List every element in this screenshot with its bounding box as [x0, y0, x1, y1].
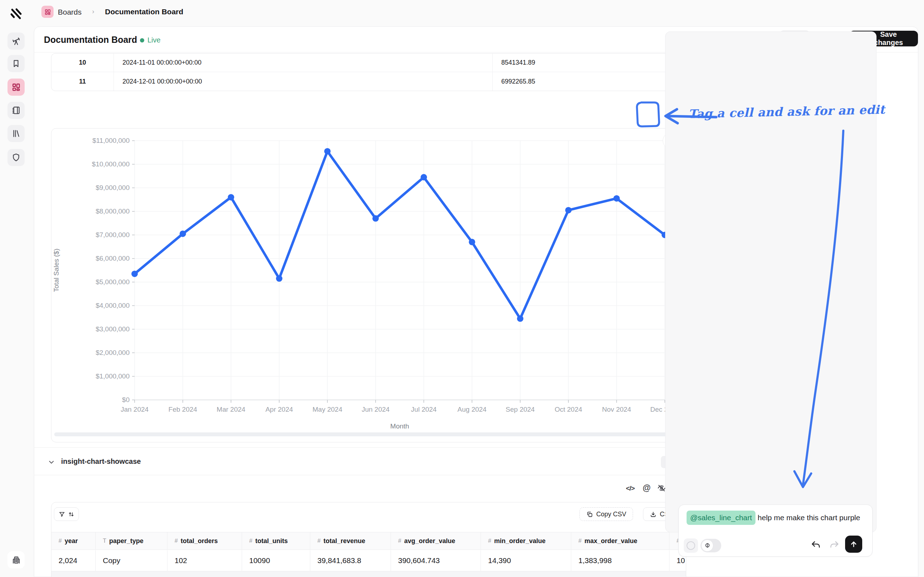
mention-icon[interactable]: @ — [643, 483, 650, 493]
svg-text:$4,000,000: $4,000,000 — [96, 302, 130, 309]
column-header[interactable]: #total_revenue — [310, 532, 391, 550]
eye-off-icon[interactable] — [657, 484, 666, 492]
boards-icon[interactable] — [8, 79, 25, 96]
table-cell: 14,390 — [481, 550, 571, 571]
svg-text:$7,000,000: $7,000,000 — [96, 231, 130, 239]
column-label: paper_type — [109, 537, 143, 545]
app-window: Boards › Documentation Board — [0, 0, 924, 577]
top-bar: Boards › Documentation Board — [0, 0, 924, 26]
building-icon[interactable] — [8, 551, 25, 569]
redo-icon[interactable] — [829, 540, 839, 550]
column-label: max_order_value — [584, 537, 637, 545]
column-header[interactable]: Tpaper_type — [96, 532, 167, 550]
bookmark-icon[interactable] — [8, 55, 25, 72]
filter-sort-button[interactable] — [54, 508, 79, 521]
row-index: 11 — [52, 72, 114, 91]
breadcrumb-chevron-icon: › — [92, 8, 94, 15]
number-type-icon: # — [249, 538, 253, 544]
table-row[interactable]: 2,024Copy1021009039,841,683.8390,604.743… — [52, 550, 686, 571]
breadcrumb-current: Documentation Board — [105, 8, 183, 16]
svg-text:$10,000,000: $10,000,000 — [92, 160, 130, 168]
svg-text:Feb 2024: Feb 2024 — [169, 406, 198, 413]
chat-input-text[interactable]: @sales_line_charthelp me make this chart… — [687, 511, 865, 525]
column-header[interactable]: #max_order_value — [571, 532, 670, 550]
column-header[interactable]: #min_order_value — [481, 532, 571, 550]
arrow-up-icon — [849, 540, 858, 548]
svg-text:Mar 2024: Mar 2024 — [217, 406, 246, 413]
insight-table-cell: Copy CSV CSV #yearTpaper_type#total_orde… — [51, 502, 686, 577]
svg-text:Jun 2024: Jun 2024 — [362, 406, 390, 413]
app-logo-icon[interactable] — [9, 7, 23, 21]
table-header-row: #yearTpaper_type#total_orders#total_unit… — [52, 532, 686, 550]
table-cell: 39,841,683.8 — [310, 550, 391, 571]
svg-text:$6,000,000: $6,000,000 — [96, 255, 130, 262]
chat-message: help me make this chart purple — [758, 513, 860, 522]
svg-text:May 2024: May 2024 — [312, 406, 342, 413]
live-label: Live — [148, 36, 161, 44]
number-type-icon: # — [317, 538, 320, 544]
column-label: year — [64, 537, 78, 545]
number-type-icon: # — [58, 538, 62, 544]
section-title[interactable]: insight-chart-showcase — [61, 458, 141, 466]
sales-line-chart-cell: $0$1,000,000$2,000,000$3,000,000$4,000,0… — [51, 128, 689, 442]
table-cell: 1,383,998 — [571, 550, 670, 571]
svg-text:$2,000,000: $2,000,000 — [96, 349, 130, 356]
column-header[interactable]: #total_units — [242, 532, 310, 550]
svg-text:$3,000,000: $3,000,000 — [96, 325, 130, 333]
filter-icon — [58, 511, 65, 518]
svg-text:Nov 2024: Nov 2024 — [602, 406, 631, 413]
svg-text:Sep 2024: Sep 2024 — [505, 406, 535, 413]
column-label: min_order_value — [494, 537, 546, 545]
table-cell: Copy — [96, 550, 167, 571]
number-type-icon: # — [398, 538, 401, 544]
column-label: avg_order_value — [404, 537, 455, 545]
svg-text:$0: $0 — [122, 396, 130, 403]
svg-text:Total Sales ($): Total Sales ($) — [53, 248, 60, 292]
table-row[interactable]: 112024-12-01 00:00:00+00:006992265.85 — [52, 72, 677, 91]
boards-breadcrumb-icon[interactable] — [42, 6, 53, 18]
svg-text:$9,000,000: $9,000,000 — [96, 184, 130, 192]
svg-text:Month: Month — [390, 422, 409, 430]
column-header[interactable]: #avg_order_value — [391, 532, 481, 550]
column-header[interactable]: #year — [52, 532, 96, 550]
send-button[interactable] — [845, 535, 862, 553]
live-status-badge: Live — [140, 36, 161, 44]
undo-icon[interactable] — [811, 540, 821, 550]
svg-text:$1,000,000: $1,000,000 — [96, 372, 130, 380]
ai-mode-toggle[interactable] — [700, 539, 721, 552]
line-chart: $0$1,000,000$2,000,000$3,000,000$4,000,0… — [52, 129, 689, 443]
code-icon[interactable]: </> — [626, 485, 634, 492]
chat-input-card[interactable]: @sales_line_charthelp me make this chart… — [678, 504, 872, 557]
annotation-note: Tag a cell and ask for an edit — [688, 103, 867, 121]
svg-text:Jul 2024: Jul 2024 — [411, 406, 437, 413]
text-type-icon: T — [103, 538, 106, 544]
copy-csv-button[interactable]: Copy CSV — [580, 508, 633, 521]
library-icon[interactable] — [8, 125, 25, 142]
column-header[interactable]: #total_orders — [167, 532, 242, 550]
sidebar — [0, 26, 34, 577]
table-row[interactable]: 102024-11-01 00:00:00+00:008541341.89 — [52, 53, 677, 72]
chat-panel: Tag a cell and ask for an edit @sales_li… — [665, 31, 877, 532]
brain-icon — [701, 540, 713, 552]
shield-icon[interactable] — [8, 149, 25, 166]
svg-text:$11,000,000: $11,000,000 — [92, 137, 130, 144]
live-dot-icon — [140, 38, 144, 42]
page-title: Documentation Board — [44, 35, 137, 45]
table-cell: 390,604.743 — [391, 550, 481, 571]
section-divider — [34, 447, 697, 448]
number-type-icon: # — [578, 538, 582, 544]
breadcrumb-boards[interactable]: Boards — [58, 8, 82, 16]
date-cell: 2024-12-01 00:00:00+00:00 — [114, 72, 493, 91]
telescope-icon[interactable] — [8, 32, 25, 50]
datetime-table-cell: 102024-11-01 00:00:00+00:008541341.89112… — [51, 53, 677, 91]
cell-tag-pill[interactable]: @sales_line_chart — [687, 511, 755, 525]
svg-text:$5,000,000: $5,000,000 — [96, 278, 130, 286]
chevron-down-icon[interactable] — [47, 458, 55, 466]
number-type-icon: # — [488, 538, 491, 544]
attachment-placeholder-button[interactable] — [684, 538, 698, 553]
svg-text:Aug 2024: Aug 2024 — [457, 406, 487, 413]
svg-text:Oct 2024: Oct 2024 — [554, 406, 582, 413]
chart-horizontal-scrollbar[interactable] — [54, 432, 686, 436]
table-cell: 10090 — [242, 550, 310, 571]
notebook-icon[interactable] — [8, 102, 25, 119]
